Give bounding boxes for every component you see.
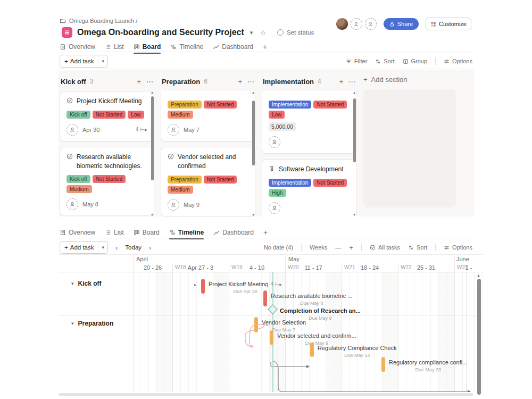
column-count: 6 xyxy=(204,78,207,85)
scroll-up-arrow[interactable]: ▲ xyxy=(251,91,255,94)
due-date: May 9 xyxy=(184,202,200,208)
favorite-star-icon[interactable]: ☆ xyxy=(260,29,266,37)
expand-subtasks-icon[interactable]: ▸ xyxy=(194,282,196,287)
avatar[interactable] xyxy=(336,18,348,30)
tab-timeline[interactable]: Timeline xyxy=(170,43,203,51)
task-bar[interactable] xyxy=(381,357,385,372)
next-period-button[interactable]: › xyxy=(149,244,151,252)
scrollbar-thumb[interactable] xyxy=(151,96,154,180)
scroll-up-arrow[interactable]: ▲ xyxy=(150,91,154,94)
assignee-avatar[interactable] xyxy=(66,198,78,210)
tab-overview[interactable]: Overview xyxy=(60,229,95,236)
week-number: W19 xyxy=(231,264,243,270)
share-button[interactable]: Share xyxy=(384,18,419,30)
today-button[interactable]: Today xyxy=(125,244,142,251)
zoom-in-button[interactable]: + xyxy=(349,244,353,252)
assignee-avatar[interactable] xyxy=(168,124,179,136)
tab-list[interactable]: List xyxy=(105,229,124,236)
tab-board[interactable]: Board xyxy=(134,229,160,236)
title-chevron-down-icon[interactable]: ▾ xyxy=(250,29,253,36)
column-title: Kick off xyxy=(61,78,86,86)
column-menu-button[interactable]: ⋯ xyxy=(247,78,254,86)
sort-button[interactable]: Sort xyxy=(408,244,427,251)
assignee-avatar[interactable] xyxy=(66,124,78,136)
options-button[interactable]: Options xyxy=(444,244,472,251)
assignee-avatar[interactable] xyxy=(269,202,280,214)
task-bar[interactable] xyxy=(254,317,258,332)
column-scrollbar[interactable]: ▲▼ xyxy=(352,91,356,217)
tab-dashboard[interactable]: Dashboard xyxy=(213,229,254,236)
tab-board[interactable]: Board xyxy=(134,43,161,51)
task-name: Regulatory Compliance Check xyxy=(318,345,397,351)
task-card[interactable]: Project Kickoff MeetingKick offNot Start… xyxy=(60,91,154,142)
column-menu-button[interactable]: ⋯ xyxy=(348,78,355,86)
invite-avatar-placeholder[interactable] xyxy=(365,18,377,30)
overview-icon xyxy=(60,44,66,50)
add-card-button[interactable]: + xyxy=(137,78,141,86)
amount-field: 5,000.00 xyxy=(269,122,296,131)
tag: Not Started xyxy=(93,175,126,183)
column-scrollbar[interactable]: ▲▼ xyxy=(251,91,255,217)
task-bar[interactable] xyxy=(270,330,273,345)
scroll-down-arrow[interactable]: ▼ xyxy=(352,213,356,217)
vertical-scrollbar[interactable] xyxy=(477,279,481,395)
add-task-chevron-icon[interactable]: ▾ xyxy=(98,245,107,250)
task-card[interactable]: Vendor selected and confirmedPreparation… xyxy=(161,147,255,217)
timeline-task[interactable]: Research available biometric ...Due May … xyxy=(263,290,352,306)
options-sliders-icon xyxy=(444,59,450,64)
tab-list[interactable]: List xyxy=(105,43,124,51)
add-tab-button[interactable]: + xyxy=(263,43,267,51)
task-bar[interactable] xyxy=(263,290,267,306)
no-date-button[interactable]: No date (4) xyxy=(264,244,293,251)
breadcrumb[interactable]: Omega Boarding Launch / xyxy=(60,18,137,24)
all-tasks-filter-button[interactable]: All tasks xyxy=(370,244,400,251)
group-button[interactable]: Group xyxy=(403,58,428,64)
add-task-button[interactable]: +Add task ▾ xyxy=(60,241,108,254)
column-scrollbar[interactable]: ▲▼ xyxy=(150,91,154,217)
add-card-button[interactable]: + xyxy=(339,78,343,86)
tab-overview[interactable]: Overview xyxy=(60,43,95,51)
milestone-diamond[interactable] xyxy=(268,304,277,314)
set-status-button[interactable]: Set status xyxy=(277,29,314,36)
scrollbar-thumb[interactable] xyxy=(252,101,255,165)
add-section-button[interactable]: + Add section xyxy=(363,76,408,84)
add-card-button[interactable]: + xyxy=(238,78,242,86)
add-tab-button[interactable]: + xyxy=(263,228,268,237)
add-task-button[interactable]: +Add task ▾ xyxy=(60,55,108,68)
board-icon xyxy=(134,229,140,236)
task-card[interactable]: ImplementationNot StartedLow5,000.00 xyxy=(262,91,356,154)
scroll-up-arrow[interactable]: ▲ xyxy=(352,91,356,94)
timeline-view: AprilMayJune 20 - 26W18Apr 27 - 3W194 - … xyxy=(59,254,483,397)
scroll-down-arrow[interactable]: ▼ xyxy=(150,213,154,217)
zoom-level-label[interactable]: Weeks xyxy=(310,244,327,251)
invite-avatar-placeholder[interactable] xyxy=(351,18,362,30)
filter-button[interactable]: Filter xyxy=(346,58,367,64)
task-bar[interactable] xyxy=(201,279,205,294)
customize-button[interactable]: Customize xyxy=(426,18,471,30)
collapse-caret-icon[interactable]: ▾ xyxy=(71,321,74,326)
timeline-section-kick-off: ▾Kick off xyxy=(71,280,102,287)
timeline-task[interactable]: Regulatory compliance confi...Due May 23 xyxy=(381,357,467,372)
options-button[interactable]: Options xyxy=(444,58,472,64)
task-bar[interactable] xyxy=(310,343,314,357)
column-menu-button[interactable]: ⋯ xyxy=(146,78,153,86)
assignee-avatar[interactable] xyxy=(168,199,179,211)
add-task-chevron-icon[interactable]: ▾ xyxy=(98,59,107,64)
timeline-task[interactable]: Regulatory Compliance CheckDue May 14 xyxy=(310,343,397,358)
tab-dashboard[interactable]: Dashboard xyxy=(213,43,253,51)
task-card[interactable]: Software DevelopmentImplementationNot St… xyxy=(262,159,356,217)
assignee-avatar[interactable] xyxy=(269,136,280,148)
zoom-out-button[interactable]: — xyxy=(335,244,341,251)
task-card[interactable]: PreparationNot StartedMediumMay 7 xyxy=(161,91,255,142)
section-label: Preparation xyxy=(78,320,114,327)
scroll-up-arrow[interactable]: ▲ xyxy=(477,273,480,277)
sort-button[interactable]: Sort xyxy=(375,58,394,64)
task-card[interactable]: Research available biometric technologie… xyxy=(60,147,154,217)
prev-period-button[interactable]: ‹ xyxy=(115,244,118,252)
tab-timeline[interactable]: Timeline xyxy=(169,229,204,236)
scroll-down-arrow[interactable]: ▼ xyxy=(251,213,255,217)
page-title[interactable]: Omega On-boarding and Security Project xyxy=(77,28,244,37)
collapse-caret-icon[interactable]: ▾ xyxy=(71,281,74,286)
horizontal-scrollbar[interactable] xyxy=(59,393,473,396)
scrollbar-thumb[interactable] xyxy=(353,98,356,162)
